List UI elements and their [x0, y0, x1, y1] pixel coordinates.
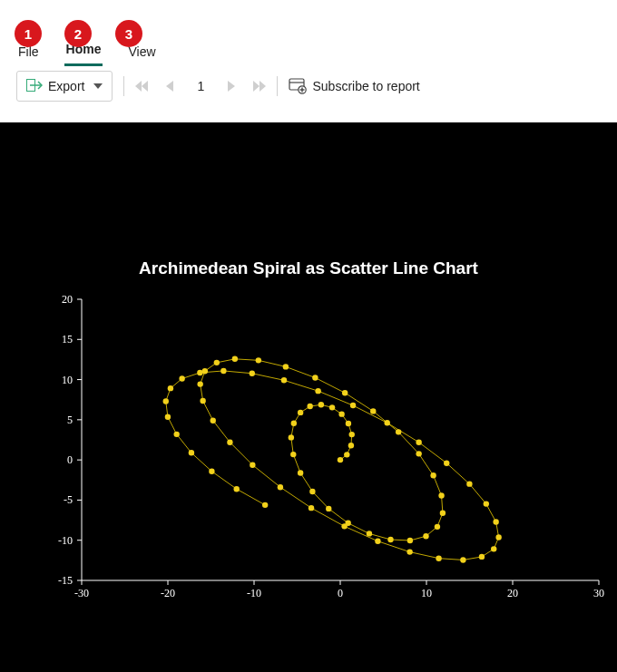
subscribe-button[interactable]: Subscribe to report: [289, 73, 419, 99]
svg-point-84: [250, 462, 255, 467]
first-page-icon[interactable]: [135, 81, 148, 92]
scatter-chart: -15-10-505101520-30-20-100102030: [0, 122, 617, 672]
svg-point-58: [298, 470, 303, 475]
svg-point-49: [346, 421, 351, 426]
svg-point-71: [396, 429, 401, 434]
svg-point-73: [342, 390, 348, 395]
svg-marker-4: [166, 81, 173, 92]
chevron-down-icon: [93, 83, 103, 89]
svg-point-76: [256, 357, 261, 363]
svg-text:20: 20: [507, 587, 518, 599]
svg-point-111: [173, 432, 179, 437]
badge-2: 2: [64, 20, 92, 47]
divider: [123, 76, 124, 96]
svg-point-106: [197, 370, 202, 375]
badge-1: 1: [15, 20, 42, 47]
svg-point-110: [165, 414, 171, 419]
svg-text:-20: -20: [161, 587, 175, 599]
ribbon-toolbar: Export 1 Subscribe to report: [0, 66, 617, 106]
svg-point-105: [220, 368, 226, 374]
svg-point-85: [278, 484, 283, 490]
svg-text:0: 0: [338, 587, 343, 599]
svg-marker-2: [135, 81, 142, 92]
svg-point-67: [440, 511, 446, 516]
svg-point-115: [262, 502, 268, 508]
page-number: 1: [191, 79, 210, 93]
svg-point-65: [423, 533, 428, 539]
subscribe-label: Subscribe to report: [312, 79, 419, 93]
svg-point-86: [308, 505, 314, 511]
svg-text:-15: -15: [58, 574, 73, 587]
last-page-icon[interactable]: [253, 81, 266, 92]
svg-point-52: [318, 402, 324, 407]
svg-marker-3: [142, 81, 148, 92]
svg-point-56: [289, 434, 294, 440]
prev-page-icon[interactable]: [166, 81, 173, 92]
svg-point-90: [436, 555, 441, 560]
svg-point-101: [350, 403, 356, 408]
svg-point-102: [315, 388, 320, 394]
svg-text:-30: -30: [74, 587, 89, 599]
svg-marker-6: [253, 81, 260, 92]
svg-text:-10: -10: [58, 534, 73, 547]
svg-point-108: [168, 385, 173, 391]
svg-point-92: [479, 554, 485, 560]
svg-marker-5: [228, 81, 235, 92]
svg-point-72: [370, 408, 376, 414]
svg-point-97: [466, 481, 472, 486]
svg-point-99: [416, 440, 421, 445]
svg-point-60: [326, 506, 331, 511]
svg-point-114: [234, 486, 240, 492]
svg-point-88: [375, 539, 380, 544]
svg-point-98: [444, 460, 449, 465]
svg-text:5: 5: [67, 414, 73, 426]
svg-point-109: [163, 398, 169, 404]
svg-point-94: [495, 534, 501, 540]
svg-text:-5: -5: [64, 493, 73, 506]
divider: [277, 76, 278, 96]
svg-point-48: [349, 432, 355, 437]
svg-point-91: [460, 557, 465, 562]
svg-point-69: [430, 472, 436, 478]
svg-point-103: [281, 377, 287, 383]
svg-point-80: [197, 381, 202, 386]
export-label: Export: [48, 79, 84, 93]
svg-point-53: [307, 404, 312, 409]
svg-point-95: [493, 519, 498, 524]
svg-point-51: [329, 404, 335, 410]
svg-point-79: [202, 368, 208, 374]
page-navigator: 1: [135, 79, 266, 93]
svg-point-62: [367, 531, 372, 536]
svg-point-81: [200, 398, 205, 404]
next-page-icon[interactable]: [228, 81, 235, 92]
svg-text:15: 15: [62, 333, 73, 346]
svg-point-96: [484, 501, 489, 506]
svg-point-47: [348, 443, 354, 448]
tab-file[interactable]: File: [16, 44, 41, 66]
export-button[interactable]: Export: [16, 71, 113, 102]
svg-point-78: [214, 360, 220, 365]
svg-point-100: [385, 420, 390, 425]
svg-text:10: 10: [421, 587, 432, 599]
svg-text:30: 30: [593, 587, 604, 599]
svg-point-59: [309, 489, 315, 494]
svg-point-82: [211, 418, 216, 424]
svg-point-54: [298, 410, 303, 415]
svg-point-55: [291, 421, 297, 426]
subscribe-icon: [289, 77, 307, 95]
svg-point-93: [491, 546, 496, 551]
svg-text:-10: -10: [247, 587, 261, 599]
export-icon: [26, 79, 43, 94]
svg-point-113: [209, 469, 214, 474]
report-canvas: Archimedean Spiral as Scatter Line Chart…: [0, 122, 617, 672]
badge-3: 3: [115, 20, 142, 47]
svg-point-46: [344, 452, 349, 457]
svg-point-75: [283, 364, 289, 369]
svg-point-70: [416, 451, 421, 456]
svg-point-68: [438, 492, 444, 498]
svg-point-74: [312, 375, 318, 380]
svg-point-63: [387, 537, 393, 542]
svg-point-87: [341, 523, 347, 529]
tab-view[interactable]: View: [126, 44, 157, 66]
svg-point-64: [407, 538, 413, 543]
